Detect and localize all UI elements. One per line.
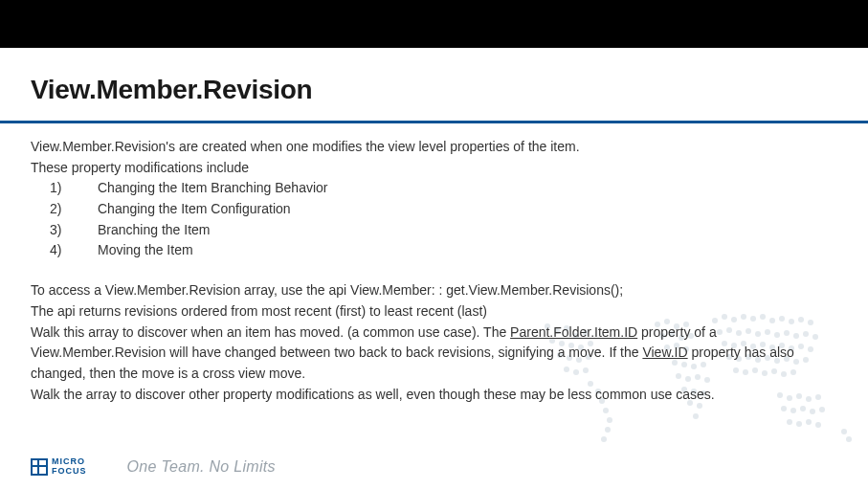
list-number: 2) — [50, 199, 98, 220]
other-modifications-paragraph: Walk the array to discover other propert… — [31, 385, 837, 406]
intro-line-1: View.Member.Revision's are created when … — [31, 137, 837, 158]
micro-focus-logo: MICRO FOCUS — [31, 457, 87, 476]
logo-text: MICRO FOCUS — [52, 457, 87, 476]
logo-line-2: FOCUS — [52, 467, 87, 476]
list-item: 2) Changing the Item Configuration — [50, 199, 837, 220]
access-api-paragraph: To access a View.Member.Revision array, … — [31, 280, 837, 301]
svg-point-105 — [810, 409, 815, 414]
list-number: 1) — [50, 178, 98, 199]
svg-point-104 — [800, 406, 806, 411]
logo-mark-icon — [31, 458, 48, 476]
svg-point-20 — [603, 408, 609, 413]
list-text: Branching the Item — [98, 220, 211, 241]
walk-array-a: Walk this array to discover when an item… — [31, 324, 510, 340]
parent-folder-item-id-prop: Parent.Folder.Item.ID — [510, 324, 637, 340]
list-text: Moving the Item — [98, 240, 193, 261]
list-text: Changing the Item Configuration — [98, 199, 291, 220]
title-area: View.Member.Revision — [0, 48, 868, 115]
svg-point-111 — [841, 429, 847, 434]
top-black-bar — [0, 0, 868, 48]
ordering-paragraph: The api returns revisions ordered from m… — [31, 301, 837, 322]
svg-point-21 — [607, 417, 612, 423]
svg-point-22 — [605, 427, 611, 433]
page-title: View.Member.Revision — [31, 75, 837, 105]
svg-point-108 — [796, 421, 802, 427]
view-id-prop: View.ID — [642, 345, 687, 360]
svg-point-103 — [790, 408, 796, 413]
access-api-lead: To access a View.Member.Revision array, … — [31, 282, 350, 298]
content-body: View.Member.Revision's are created when … — [0, 123, 868, 405]
svg-point-109 — [806, 419, 812, 425]
list-item: 1) Changing the Item Branching Behavior — [50, 178, 837, 199]
list-item: 3) Branching the Item — [50, 220, 837, 241]
intro-line-2: These property modifications include — [31, 158, 837, 179]
svg-point-102 — [781, 406, 787, 411]
list-item: 4) Moving the Item — [50, 240, 837, 261]
list-number: 4) — [50, 240, 98, 261]
api-call: View.Member: : get.View.Member.Revisions… — [350, 282, 623, 298]
svg-point-107 — [787, 419, 792, 425]
footer: MICRO FOCUS One Team. No Limits — [31, 457, 276, 476]
property-list: 1) Changing the Item Branching Behavior … — [50, 178, 837, 261]
walk-array-paragraph: Walk this array to discover when an item… — [31, 322, 837, 385]
list-number: 3) — [50, 220, 98, 241]
svg-point-106 — [819, 407, 825, 412]
svg-point-110 — [815, 422, 821, 428]
tagline: One Team. No Limits — [127, 458, 276, 476]
svg-point-112 — [846, 436, 852, 442]
list-text: Changing the Item Branching Behavior — [98, 178, 327, 199]
svg-point-48 — [693, 413, 699, 419]
svg-point-23 — [601, 436, 607, 442]
